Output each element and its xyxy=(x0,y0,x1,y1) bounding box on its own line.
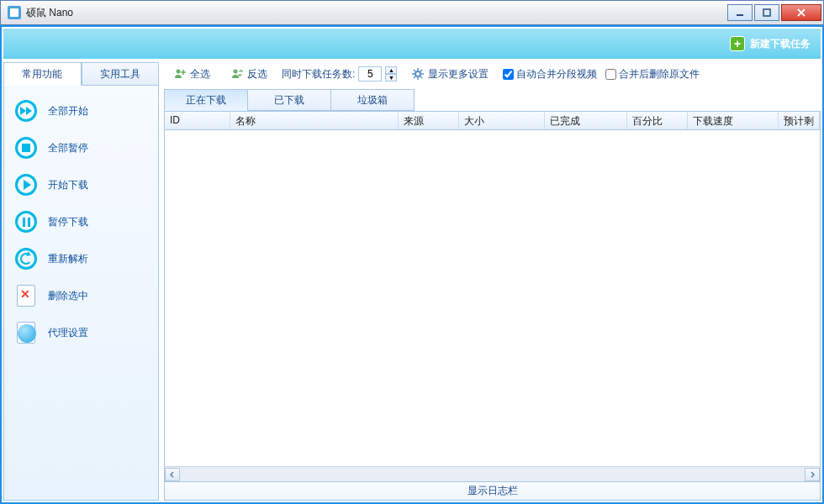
titlebar: 硕鼠 Nano xyxy=(0,0,824,25)
tab-downloading[interactable]: 正在下载 xyxy=(164,89,248,111)
tab-downloaded[interactable]: 已下载 xyxy=(247,89,331,111)
col-percent[interactable]: 百分比 xyxy=(627,112,688,129)
sidebar-item-pause-download[interactable]: 暂停下载 xyxy=(9,203,153,240)
sidebar-tabs: 常用功能 实用工具 xyxy=(3,62,159,86)
sidebar-tab-common[interactable]: 常用功能 xyxy=(3,62,82,86)
app-body: + 新建下载任务 常用功能 实用工具 全部开始 xyxy=(0,25,824,504)
sidebar-item-delete-selected[interactable]: ✕ 删除选中 xyxy=(9,277,153,314)
play-icon xyxy=(14,173,38,197)
svg-point-4 xyxy=(415,71,420,76)
app-title: 硕鼠 Nano xyxy=(26,6,727,20)
download-table: ID 名称 来源 大小 已完成 百分比 下载速度 预计剩 xyxy=(164,111,821,482)
delete-original-checkbox[interactable]: 合并后删除原文件 xyxy=(605,67,700,81)
svg-rect-0 xyxy=(737,14,743,16)
sidebar-item-label: 全部暂停 xyxy=(48,141,88,155)
sidebar-item-label: 删除选中 xyxy=(48,289,88,303)
new-task-label: 新建下载任务 xyxy=(750,37,811,51)
sidebar-item-proxy-settings[interactable]: 代理设置 xyxy=(9,314,153,351)
scroll-right-button[interactable] xyxy=(805,468,820,481)
col-size[interactable]: 大小 xyxy=(459,112,545,129)
delete-original-input[interactable] xyxy=(605,69,616,80)
plus-icon: + xyxy=(730,36,745,51)
sidebar-item-label: 全部开始 xyxy=(48,104,88,118)
tab-label: 垃圾箱 xyxy=(357,93,388,108)
delete-file-icon: ✕ xyxy=(14,284,38,307)
top-banner: + 新建下载任务 xyxy=(3,29,821,59)
stop-icon xyxy=(14,136,38,160)
sidebar-item-label: 重新解析 xyxy=(48,252,88,266)
fast-forward-icon xyxy=(14,99,38,123)
concurrent-label: 同时下载任务数: xyxy=(282,67,355,81)
window-controls xyxy=(727,4,821,21)
tab-label: 已下载 xyxy=(274,93,304,108)
auto-merge-label: 自动合并分段视频 xyxy=(516,67,597,81)
col-completed[interactable]: 已完成 xyxy=(545,112,627,129)
tab-label: 正在下载 xyxy=(186,93,226,108)
show-log-bar[interactable]: 显示日志栏 xyxy=(164,482,821,501)
app-icon xyxy=(8,6,21,19)
settings-icon xyxy=(411,67,425,81)
select-all-button[interactable]: 全选 xyxy=(167,65,216,84)
concurrent-input[interactable] xyxy=(358,66,382,81)
show-more-settings-button[interactable]: 显示更多设置 xyxy=(405,65,494,84)
tab-trash[interactable]: 垃圾箱 xyxy=(330,89,415,111)
col-speed[interactable]: 下载速度 xyxy=(688,112,779,129)
svg-point-3 xyxy=(234,70,238,74)
pause-icon xyxy=(14,210,38,234)
invert-selection-label: 反选 xyxy=(247,67,267,81)
table-body xyxy=(165,130,820,466)
show-more-label: 显示更多设置 xyxy=(428,67,489,81)
sidebar-actions: 全部开始 全部暂停 开始下载 暂停下载 重新解析 xyxy=(3,86,159,501)
sidebar-tab-label: 常用功能 xyxy=(22,67,62,81)
minimize-button[interactable] xyxy=(727,4,753,21)
new-task-button[interactable]: + 新建下载任务 xyxy=(730,36,811,51)
maximize-button[interactable] xyxy=(754,4,779,21)
auto-merge-input[interactable] xyxy=(503,69,514,80)
main-panel: 全选 反选 同时下载任务数: ▲ ▼ 显示更多设置 xyxy=(164,62,821,501)
col-id[interactable]: ID xyxy=(165,112,230,129)
people-swap-icon xyxy=(230,67,244,81)
sidebar-tab-tools[interactable]: 实用工具 xyxy=(82,62,160,86)
auto-merge-checkbox[interactable]: 自动合并分段视频 xyxy=(503,67,597,81)
close-button[interactable] xyxy=(781,4,821,21)
sidebar-item-pause-all[interactable]: 全部暂停 xyxy=(9,129,153,166)
sidebar-item-label: 暂停下载 xyxy=(48,215,88,229)
table-header: ID 名称 来源 大小 已完成 百分比 下载速度 预计剩 xyxy=(165,112,820,130)
concurrent-tasks-control: 同时下载任务数: ▲ ▼ xyxy=(282,66,397,81)
col-name[interactable]: 名称 xyxy=(230,112,399,129)
scroll-left-button[interactable] xyxy=(165,468,180,481)
delete-original-label: 合并后删除原文件 xyxy=(619,67,700,81)
spin-down-button[interactable]: ▼ xyxy=(385,74,397,81)
toolbar: 全选 反选 同时下载任务数: ▲ ▼ 显示更多设置 xyxy=(164,62,821,86)
content-tabs: 正在下载 已下载 垃圾箱 xyxy=(164,89,821,111)
col-eta[interactable]: 预计剩 xyxy=(779,112,820,129)
sidebar-item-start-download[interactable]: 开始下载 xyxy=(9,166,153,203)
invert-selection-button[interactable]: 反选 xyxy=(224,65,273,84)
svg-point-2 xyxy=(177,70,181,74)
sidebar-item-start-all[interactable]: 全部开始 xyxy=(9,92,153,129)
sidebar-tab-label: 实用工具 xyxy=(100,67,140,81)
sidebar: 常用功能 实用工具 全部开始 全部暂停 开始下载 xyxy=(3,62,159,501)
select-all-label: 全选 xyxy=(190,67,210,81)
sidebar-item-label: 代理设置 xyxy=(48,326,88,340)
col-source[interactable]: 来源 xyxy=(399,112,459,129)
globe-settings-icon xyxy=(14,321,38,344)
sidebar-item-reparse[interactable]: 重新解析 xyxy=(9,240,153,277)
sidebar-item-label: 开始下载 xyxy=(48,178,88,192)
refresh-icon xyxy=(14,247,38,270)
spin-up-button[interactable]: ▲ xyxy=(385,66,397,74)
logbar-label: 显示日志栏 xyxy=(467,484,518,498)
svg-rect-1 xyxy=(763,9,770,16)
horizontal-scrollbar[interactable] xyxy=(165,466,820,481)
people-add-icon xyxy=(173,67,187,81)
